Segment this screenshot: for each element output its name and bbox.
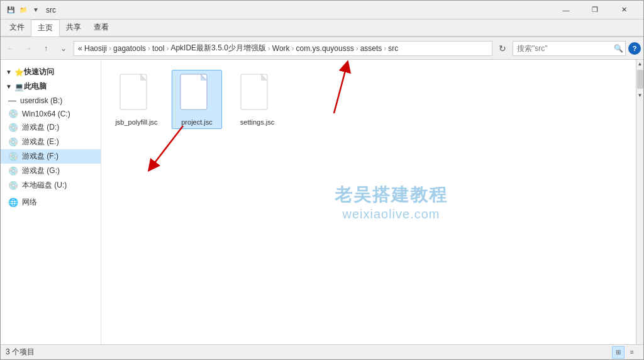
file-name-jsb-polyfill: jsb_polyfill.jsc xyxy=(115,118,157,126)
scroll-thumb[interactable] xyxy=(637,70,643,89)
drive-e[interactable]: 💿 游戏盘 (E:) xyxy=(1,135,101,149)
save-icon: 💾 xyxy=(6,5,16,15)
maximize-button[interactable]: ❐ xyxy=(580,1,609,20)
drive-b[interactable]: — userdisk (B:) xyxy=(1,94,101,107)
search-box[interactable]: 🔍 xyxy=(513,41,626,56)
title-bar-text: src xyxy=(46,6,552,14)
file-icon-settings xyxy=(238,73,276,117)
breadcrumb-tool: tool xyxy=(152,44,164,53)
file-name-project: project.jsc xyxy=(181,118,213,126)
tab-share[interactable]: 共享 xyxy=(60,20,87,36)
watermark: 老吴搭建教程 weixiaolive.com xyxy=(335,183,448,222)
minimize-button[interactable]: — xyxy=(552,1,580,20)
item-count: 3 个项目 xyxy=(6,347,35,357)
quick-access-label: 快速访问 xyxy=(24,67,54,77)
this-pc-label: 此电脑 xyxy=(24,81,47,92)
breadcrumb-apkide: ApkIDE最新3.5.0少月增强版 xyxy=(170,43,265,53)
scroll-up-button[interactable]: ▲ xyxy=(636,60,644,67)
file-icon-project xyxy=(178,73,216,117)
drive-u-label: 本地磁盘 (U:) xyxy=(22,180,67,191)
drive-e-label: 游戏盘 (E:) xyxy=(22,137,59,147)
drive-e-icon: 💿 xyxy=(8,137,18,147)
list-view-button[interactable]: ≡ xyxy=(626,346,638,359)
drive-g-icon: 💿 xyxy=(8,166,18,176)
tab-file[interactable]: 文件 xyxy=(3,20,31,36)
back-button[interactable]: ← xyxy=(3,41,18,56)
quick-access-chevron: ▼ xyxy=(6,69,12,76)
network-item[interactable]: 🌐 网络 xyxy=(1,195,101,210)
tab-home[interactable]: 主页 xyxy=(31,20,60,37)
ribbon-tabs: 文件 主页 共享 查看 xyxy=(1,20,643,37)
network-label: 网络 xyxy=(22,197,37,208)
title-bar: 💾 📁 ▼ src — ❐ ✕ xyxy=(1,1,643,20)
sidebar: ▼ ⭐ 快速访问 ▼ 💻 此电脑 — userdisk (B:) 💿 Win10… xyxy=(1,60,101,344)
drive-u[interactable]: 💿 本地磁盘 (U:) xyxy=(1,178,101,193)
breadcrumb-src: src xyxy=(388,44,398,53)
scroll-down-button[interactable]: ▼ xyxy=(636,91,644,99)
address-bar: ← → ↑ ⌄ « Haosiji › gagatools › tool › A… xyxy=(1,37,643,60)
properties-icon: ▼ xyxy=(31,5,41,15)
search-input[interactable] xyxy=(517,44,611,53)
file-icon-jsb-polyfill xyxy=(118,73,155,117)
drive-f-label: 游戏盘 (F:) xyxy=(22,151,58,162)
drive-f[interactable]: 💿 游戏盘 (F:) xyxy=(1,149,101,164)
drive-f-icon: 💿 xyxy=(8,152,18,161)
star-icon: ⭐ xyxy=(14,68,24,77)
arrow-down-annotation xyxy=(139,123,189,173)
watermark-line1: 老吴搭建教程 xyxy=(335,183,448,207)
watermark-line2: weixiaolive.com xyxy=(335,207,448,222)
breadcrumb-haosiji: « Haosiji xyxy=(78,44,107,53)
recent-locations-button[interactable]: ⌄ xyxy=(56,41,71,56)
file-item-project[interactable]: project.jsc xyxy=(172,70,222,129)
search-icon: 🔍 xyxy=(614,44,623,53)
drive-b-icon: — xyxy=(8,96,16,105)
right-scrollbar[interactable]: ▲ ▼ xyxy=(636,60,643,344)
computer-icon: 💻 xyxy=(14,82,24,91)
file-area: jsb_polyfill.jsc project.jsc xyxy=(101,60,636,344)
drive-g-label: 游戏盘 (G:) xyxy=(22,166,60,176)
refresh-button[interactable]: ↻ xyxy=(495,41,510,56)
drive-c-icon: 💿 xyxy=(8,109,18,118)
status-bar: 3 个项目 ⊞ ≡ xyxy=(1,344,643,359)
grid-view-button[interactable]: ⊞ xyxy=(612,346,625,359)
drive-c-label: Win10x64 (C:) xyxy=(22,110,70,118)
drive-u-icon: 💿 xyxy=(8,181,18,190)
window-controls: — ❐ ✕ xyxy=(552,1,638,20)
breadcrumb-work: Work xyxy=(272,44,290,53)
sidebar-this-pc[interactable]: ▼ 💻 此电脑 xyxy=(1,79,101,94)
help-button[interactable]: ? xyxy=(628,42,641,55)
ribbon: 文件 主页 共享 查看 xyxy=(1,20,643,37)
file-grid: jsb_polyfill.jsc project.jsc xyxy=(111,70,626,129)
sidebar-quick-access[interactable]: ▼ ⭐ 快速访问 xyxy=(1,65,101,79)
drive-d-icon: 💿 xyxy=(8,123,18,132)
address-box[interactable]: « Haosiji › gagatools › tool › ApkIDE最新3… xyxy=(74,41,492,56)
file-item-jsb-polyfill[interactable]: jsb_polyfill.jsc xyxy=(111,70,162,129)
main-area: ▼ ⭐ 快速访问 ▼ 💻 此电脑 — userdisk (B:) 💿 Win10… xyxy=(1,60,643,344)
title-bar-icons: 💾 📁 ▼ xyxy=(6,5,41,15)
up-button[interactable]: ↑ xyxy=(38,41,53,56)
forward-button[interactable]: → xyxy=(21,41,36,56)
breadcrumb-assets: assets xyxy=(360,44,382,53)
file-item-settings[interactable]: settings.jsc xyxy=(232,70,282,129)
drive-c[interactable]: 💿 Win10x64 (C:) xyxy=(1,107,101,120)
tab-view[interactable]: 查看 xyxy=(87,20,115,36)
file-name-settings: settings.jsc xyxy=(240,118,274,126)
close-button[interactable]: ✕ xyxy=(609,1,638,20)
drives-section: — userdisk (B:) 💿 Win10x64 (C:) 💿 游戏盘 (D… xyxy=(1,94,101,193)
new-folder-icon: 📁 xyxy=(18,5,28,15)
drive-d-label: 游戏盘 (D:) xyxy=(22,122,59,133)
view-buttons: ⊞ ≡ xyxy=(612,346,638,359)
drive-b-label: userdisk (B:) xyxy=(20,96,62,105)
svg-line-3 xyxy=(152,126,183,167)
breadcrumb-gagatools: gagatools xyxy=(113,44,146,53)
drive-g[interactable]: 💿 游戏盘 (G:) xyxy=(1,164,101,178)
network-icon: 🌐 xyxy=(8,198,18,207)
breadcrumb-com: com.ys.quyousss xyxy=(296,44,354,53)
this-pc-chevron: ▼ xyxy=(6,83,12,90)
drive-d[interactable]: 💿 游戏盘 (D:) xyxy=(1,120,101,135)
